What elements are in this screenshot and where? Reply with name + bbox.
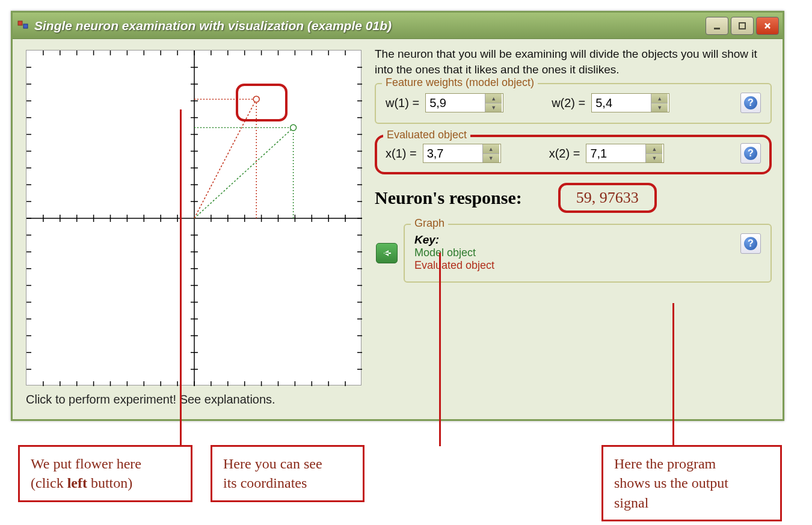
graph-help-button[interactable]: ? [740, 233, 761, 254]
evaluated-group-title: Evaluated object [383, 129, 470, 141]
callout-text: We put flower here [31, 456, 141, 471]
callout-flower: We put flower here (click left button) [18, 445, 192, 502]
weights-group: Feature weights (model object) w(1) = ▲ … [375, 83, 772, 124]
callout-coordinates: Here you can see its coordinates [211, 445, 364, 502]
intro-text: The neuron that you will be examining wi… [375, 46, 772, 77]
help-icon: ? [744, 237, 757, 250]
right-panel: The neuron that you will be examining wi… [375, 46, 772, 293]
svg-rect-1 [23, 24, 28, 28]
w2-spinner[interactable]: ▲ ▼ [591, 93, 669, 112]
weights-help-button[interactable]: ? [740, 93, 761, 113]
callout-text: Here the program [614, 456, 716, 471]
callout-line [439, 253, 441, 446]
graph-group-title: Graph [411, 217, 448, 230]
w1-label: w(1) = [386, 96, 419, 110]
x2-up-button[interactable]: ▲ [645, 144, 662, 153]
w2-up-button[interactable]: ▲ [651, 94, 668, 103]
response-row: Neuron's response: 59, 97633 [375, 183, 772, 213]
w1-input[interactable] [426, 94, 485, 112]
plot-caption: Click to perform experiment! See explana… [26, 393, 275, 407]
window-title: Single neuron examination with visualiza… [34, 19, 706, 33]
minimize-button[interactable] [706, 17, 728, 35]
response-label: Neuron's response: [375, 188, 522, 208]
callout-line [672, 303, 674, 446]
key-eval-label: Evaluated object [414, 259, 494, 272]
x2-input[interactable] [586, 144, 645, 162]
callout-text: (click [31, 475, 67, 491]
app-window: Single neuron examination with visualiza… [11, 11, 784, 421]
callout-output: Here the program shows us the output sig… [601, 445, 782, 521]
x2-label: x(2) = [549, 147, 580, 161]
w2-down-button[interactable]: ▼ [651, 103, 668, 112]
x1-input[interactable] [423, 144, 482, 162]
callout-text: Here you can see [223, 456, 322, 471]
graph-key-group: Graph Key: Model object Evaluated object… [404, 224, 772, 283]
titlebar: Single neuron examination with visualiza… [13, 13, 783, 39]
weights-group-title: Feature weights (model object) [382, 76, 538, 89]
x2-down-button[interactable]: ▼ [645, 153, 662, 163]
help-icon: ? [744, 147, 757, 160]
evaluated-group: Evaluated object x(1) = ▲ ▼ x(2) = [375, 135, 772, 174]
callout-text: shows us the output [614, 475, 728, 491]
x1-label: x(1) = [386, 147, 417, 161]
w1-down-button[interactable]: ▼ [485, 103, 502, 112]
svg-point-123 [291, 124, 297, 130]
x1-spinner[interactable]: ▲ ▼ [423, 144, 501, 163]
arrow-left-icon [381, 249, 392, 257]
x1-down-button[interactable]: ▼ [482, 153, 499, 163]
help-icon: ? [744, 96, 757, 109]
callout-line [180, 109, 182, 446]
window-content: Click to perform experiment! See explana… [13, 39, 783, 419]
key-model-label: Model object [414, 247, 494, 259]
back-button[interactable] [376, 243, 398, 263]
svg-rect-3 [739, 23, 745, 29]
response-value: 59, 97633 [558, 183, 657, 213]
callout-text: its coordinates [223, 475, 307, 491]
svg-rect-0 [18, 21, 22, 25]
evaluated-help-button[interactable]: ? [740, 143, 761, 164]
plot-area[interactable] [26, 50, 361, 385]
w2-input[interactable] [592, 94, 651, 112]
close-button[interactable] [756, 17, 779, 35]
svg-rect-2 [714, 28, 720, 29]
callout-text: signal [614, 495, 648, 511]
x1-up-button[interactable]: ▲ [482, 144, 499, 153]
w1-up-button[interactable]: ▲ [485, 94, 502, 103]
maximize-button[interactable] [731, 17, 754, 35]
w2-label: w(2) = [552, 96, 585, 110]
key-label: Key: [414, 233, 494, 247]
app-icon [16, 19, 29, 32]
w1-spinner[interactable]: ▲ ▼ [425, 93, 503, 112]
callout-text: button) [87, 475, 132, 491]
callout-text: left [67, 475, 87, 491]
x2-spinner[interactable]: ▲ ▼ [586, 144, 664, 163]
plot-svg [26, 51, 362, 386]
eval-point-highlight [236, 84, 288, 121]
svg-line-120 [194, 127, 294, 218]
